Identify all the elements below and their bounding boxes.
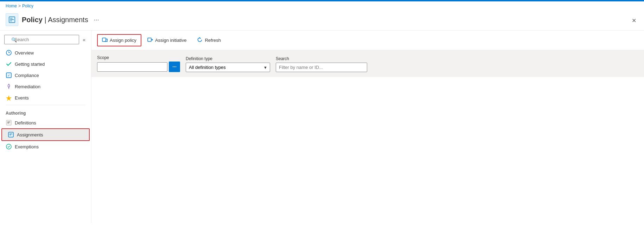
svg-rect-20 [148, 38, 151, 41]
sidebar-item-compliance-label: Compliance [15, 73, 39, 78]
sidebar-item-definitions[interactable]: Definitions [0, 117, 91, 128]
svg-rect-2 [10, 19, 14, 20]
sidebar-item-remediation[interactable]: Remediation [0, 81, 91, 92]
compliance-icon: ✓ [6, 72, 12, 78]
svg-text:✓: ✓ [7, 74, 10, 77]
sidebar-item-getting-started[interactable]: Getting started [0, 58, 91, 70]
authoring-section-label: Authoring [0, 107, 91, 117]
assign-initiative-label: Assign initiative [155, 38, 187, 43]
scope-input[interactable] [97, 62, 167, 72]
svg-rect-18 [102, 38, 106, 41]
assignments-icon [8, 131, 14, 138]
sidebar-item-exemptions-label: Exemptions [15, 144, 39, 149]
exemptions-icon [6, 143, 12, 150]
sidebar-item-events-label: Events [15, 95, 29, 101]
svg-rect-16 [9, 135, 11, 135]
filter-search-input[interactable] [276, 63, 367, 72]
search-icon: 🔍 [11, 37, 17, 42]
sidebar-item-assignments-label: Assignments [17, 132, 43, 137]
scope-row: ··· [97, 62, 180, 72]
sidebar-item-definitions-label: Definitions [15, 120, 36, 126]
assign-initiative-icon [147, 37, 153, 44]
scope-filter-group: Scope ··· [97, 55, 180, 72]
sidebar-item-remediation-label: Remediation [15, 84, 40, 89]
filter-search-label: Search [276, 56, 367, 61]
page-header: Policy | Assignments ··· ✕ [0, 11, 644, 31]
definitions-icon [6, 120, 12, 126]
sidebar-item-overview[interactable]: Overview [0, 47, 91, 58]
policy-icon [6, 13, 18, 26]
more-options-button[interactable]: ··· [92, 15, 101, 24]
search-filter-group: Search [276, 56, 367, 72]
assign-policy-label: Assign policy [110, 38, 136, 43]
svg-rect-13 [7, 123, 9, 123]
sidebar-item-compliance[interactable]: ✓ Compliance [0, 70, 91, 81]
toolbar: Assign policy Assign initiative Refresh [91, 31, 644, 50]
breadcrumb-policy[interactable]: Policy [22, 4, 33, 8]
sidebar-item-exemptions[interactable]: Exemptions [0, 141, 91, 152]
refresh-button[interactable]: Refresh [192, 34, 225, 46]
sidebar-item-overview-label: Overview [15, 50, 34, 56]
sidebar-search-container: 🔍 « [0, 33, 91, 47]
sidebar-item-assignments[interactable]: Assignments [1, 128, 90, 141]
close-button[interactable]: ✕ [630, 16, 638, 25]
breadcrumb: Home > Policy [0, 1, 644, 11]
sidebar-divider [6, 105, 85, 105]
definition-type-filter-group: Definition type All definition types Pol… [186, 56, 270, 72]
events-icon [6, 95, 12, 101]
content-area: Assign policy Assign initiative Refresh … [91, 31, 644, 223]
overview-icon [6, 50, 12, 56]
breadcrumb-separator: > [18, 4, 21, 8]
page-title: Policy | Assignments [22, 16, 88, 24]
sidebar-item-getting-started-label: Getting started [15, 62, 45, 67]
assign-policy-icon [102, 37, 108, 44]
breadcrumb-home[interactable]: Home [6, 4, 17, 8]
assign-initiative-button[interactable]: Assign initiative [143, 34, 191, 46]
svg-rect-3 [10, 21, 12, 21]
assign-policy-button[interactable]: Assign policy [97, 34, 141, 46]
remediation-icon [6, 83, 12, 90]
scope-browse-button[interactable]: ··· [169, 62, 180, 72]
svg-rect-12 [7, 122, 10, 122]
definition-type-wrapper: All definition types Policy Initiative ▼ [186, 63, 270, 72]
scope-browse-icon: ··· [172, 64, 177, 70]
definition-type-select[interactable]: All definition types Policy Initiative [186, 63, 270, 72]
scope-label: Scope [97, 55, 180, 60]
svg-marker-10 [6, 95, 12, 101]
refresh-icon [197, 37, 203, 44]
svg-rect-15 [9, 134, 12, 134]
collapse-sidebar-button[interactable]: « [81, 36, 87, 44]
definition-type-label: Definition type [186, 56, 270, 61]
sidebar: 🔍 « Overview Getting started ✓ Complianc… [0, 31, 91, 223]
svg-rect-1 [10, 18, 13, 18]
refresh-label: Refresh [205, 38, 221, 43]
main-layout: 🔍 « Overview Getting started ✓ Complianc… [0, 31, 644, 223]
getting-started-icon [6, 61, 12, 67]
filter-bar: Scope ··· Definition type All definition… [91, 50, 644, 77]
sidebar-item-events[interactable]: Events [0, 92, 91, 103]
